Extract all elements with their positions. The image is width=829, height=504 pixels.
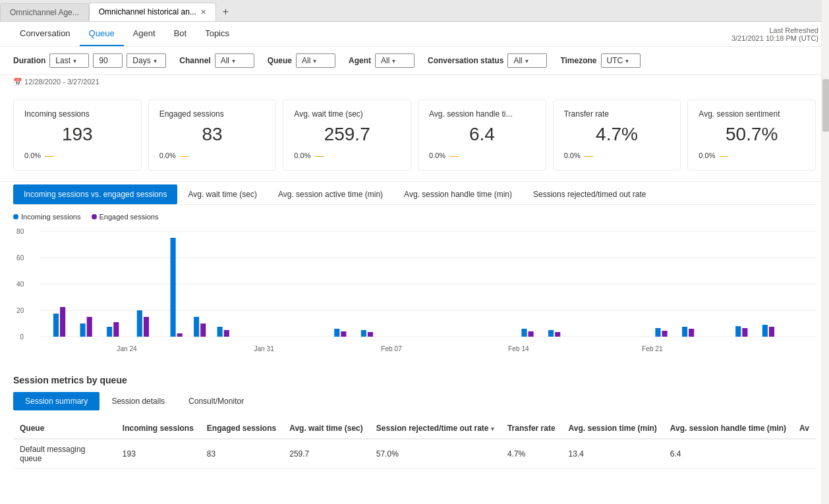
- bar: [224, 330, 229, 337]
- kpi-transfer-value: 4.7%: [564, 124, 670, 145]
- kpi-incoming-sessions: Incoming sessions 193 0.0% —: [13, 99, 142, 171]
- chevron-down-icon-5: ▾: [392, 57, 395, 65]
- cell-rejected: 57.0%: [370, 439, 501, 469]
- cell-queue: Default messaging queue: [13, 439, 116, 469]
- tab-session-summary[interactable]: Session summary: [13, 392, 100, 410]
- session-table-body: Default messaging queue 193 83 259.7 57.…: [13, 439, 816, 469]
- chart-section: Incoming sessions vs. engaged sessions A…: [0, 182, 829, 367]
- kpi-avg-wait: Avg. wait time (sec) 259.7 0.0% —: [283, 99, 411, 171]
- queue-filter: Queue All ▾: [268, 53, 335, 68]
- timezone-select[interactable]: UTC ▾: [601, 53, 641, 68]
- nav-bar: Conversation Queue Agent Bot Topics Last…: [0, 22, 829, 47]
- svg-text:Feb 07: Feb 07: [381, 345, 402, 352]
- kpi-engaged-value: 83: [159, 124, 266, 145]
- kpi-avg-sentiment-footer: 0.0% —: [699, 150, 805, 161]
- col-avg-wait: Avg. wait time (sec): [283, 418, 370, 439]
- scrollbar-thumb[interactable]: [822, 79, 829, 132]
- kpi-avg-sentiment-title: Avg. session sentiment: [699, 109, 805, 119]
- table-header-row: Queue Incoming sessions Engaged sessions…: [13, 418, 816, 439]
- conv-status-label: Conversation status: [428, 56, 503, 65]
- duration-unit-select[interactable]: Days ▾: [127, 53, 166, 68]
- svg-text:0: 0: [20, 333, 24, 341]
- kpi-engaged-footer: 0.0% —: [159, 150, 266, 161]
- tab-conversation[interactable]: Conversation: [11, 22, 80, 46]
- legend-dot-engaged: [92, 214, 97, 219]
- bar: [735, 326, 741, 337]
- legend-engaged: Engaged sessions: [92, 213, 159, 221]
- bar: [60, 307, 65, 337]
- legend-label-engaged: Engaged sessions: [100, 213, 159, 221]
- close-tab-icon[interactable]: ✕: [200, 8, 206, 16]
- kpi-session-handle-footer: 0.0% —: [429, 150, 535, 161]
- session-table: Queue Incoming sessions Engaged sessions…: [13, 418, 816, 469]
- browser-tab-1[interactable]: Omnichannel Age...: [0, 3, 89, 21]
- tab-topics[interactable]: Topics: [196, 22, 239, 46]
- kpi-avg-wait-title: Avg. wait time (sec): [294, 109, 400, 119]
- chart-tab-avg-wait[interactable]: Avg. wait time (sec): [177, 184, 267, 204]
- app-container: Conversation Queue Agent Bot Topics Last…: [0, 22, 829, 504]
- duration-type-select[interactable]: Last ▾: [49, 53, 89, 68]
- kpi-incoming-title: Incoming sessions: [24, 109, 130, 119]
- col-transfer: Transfer rate: [501, 418, 562, 439]
- kpi-avg-sentiment: Avg. session sentiment 50.7% 0.0% —: [687, 99, 816, 171]
- bar: [548, 330, 554, 337]
- tab-agent[interactable]: Agent: [124, 22, 165, 46]
- kpi-engaged-title: Engaged sessions: [159, 109, 266, 119]
- last-refreshed: Last Refreshed 3/21/2021 10:18 PM (UTC): [731, 24, 818, 45]
- scrollbar-track[interactable]: [821, 0, 829, 504]
- bar: [107, 327, 112, 337]
- last-refreshed-label: Last Refreshed: [731, 26, 818, 34]
- tab-consult-monitor[interactable]: Consult/Monitor: [177, 392, 256, 410]
- bar: [521, 329, 527, 337]
- kpi-avg-wait-value: 259.7: [294, 124, 400, 145]
- agent-select[interactable]: All ▾: [375, 53, 414, 68]
- bar: [137, 310, 142, 337]
- browser-tab-2[interactable]: Omnichannel historical an... ✕: [89, 3, 216, 21]
- chevron-down-icon-7: ▾: [625, 57, 629, 65]
- tab-session-details[interactable]: Session details: [100, 392, 177, 410]
- col-queue: Queue: [13, 418, 116, 439]
- bar: [171, 238, 176, 337]
- kpi-incoming-footer: 0.0% —: [24, 150, 130, 161]
- channel-select[interactable]: All ▾: [215, 53, 254, 68]
- timezone-filter: Timezone UTC ▾: [560, 53, 640, 68]
- bar: [113, 322, 119, 337]
- chart-tab-avg-active[interactable]: Avg. session active time (min): [268, 184, 393, 204]
- conv-status-select[interactable]: All ▾: [507, 53, 547, 68]
- cell-avg-handle: 6.4: [664, 439, 793, 469]
- svg-text:Feb 21: Feb 21: [642, 345, 663, 352]
- queue-select[interactable]: All ▾: [296, 53, 335, 68]
- tab-queue[interactable]: Queue: [80, 22, 124, 46]
- chart-tabs: Incoming sessions vs. engaged sessions A…: [13, 182, 816, 205]
- col-incoming: Incoming sessions: [116, 418, 200, 439]
- bar: [762, 325, 768, 337]
- chart-tab-incoming-engaged[interactable]: Incoming sessions vs. engaged sessions: [13, 184, 177, 204]
- duration-value-select[interactable]: 90: [93, 53, 123, 68]
- bar: [194, 317, 199, 337]
- tab-bot[interactable]: Bot: [165, 22, 196, 46]
- col-rejected[interactable]: Session rejected/time out rate ▾: [370, 418, 501, 439]
- cell-avg-wait: 259.7: [283, 439, 370, 469]
- browser-tab-2-label: Omnichannel historical an...: [99, 7, 196, 16]
- chevron-down-icon-4: ▾: [313, 57, 316, 65]
- table-row: Default messaging queue 193 83 259.7 57.…: [13, 439, 816, 469]
- bar: [682, 327, 687, 337]
- kpi-session-handle-value: 6.4: [429, 124, 535, 145]
- bar: [361, 330, 366, 337]
- browser-tab-bar: Omnichannel Age... Omnichannel historica…: [0, 0, 829, 22]
- bar: [334, 329, 339, 337]
- bar: [144, 317, 149, 337]
- legend-dot-incoming: [13, 214, 18, 219]
- chevron-down-icon-6: ▾: [525, 57, 529, 65]
- add-tab-button[interactable]: +: [216, 3, 235, 20]
- conv-status-filter: Conversation status All ▾: [428, 53, 547, 68]
- kpi-session-handle-title: Avg. session handle ti...: [429, 109, 535, 119]
- bar: [769, 327, 774, 337]
- agent-label: Agent: [349, 56, 371, 65]
- chart-tab-rejected[interactable]: Sessions rejected/timed out rate: [523, 184, 656, 204]
- bar: [529, 331, 534, 337]
- svg-text:20: 20: [16, 307, 24, 314]
- col-extra: Av: [793, 418, 816, 439]
- chevron-down-icon-2: ▾: [154, 57, 157, 65]
- chart-tab-avg-handle[interactable]: Avg. session handle time (min): [393, 184, 523, 204]
